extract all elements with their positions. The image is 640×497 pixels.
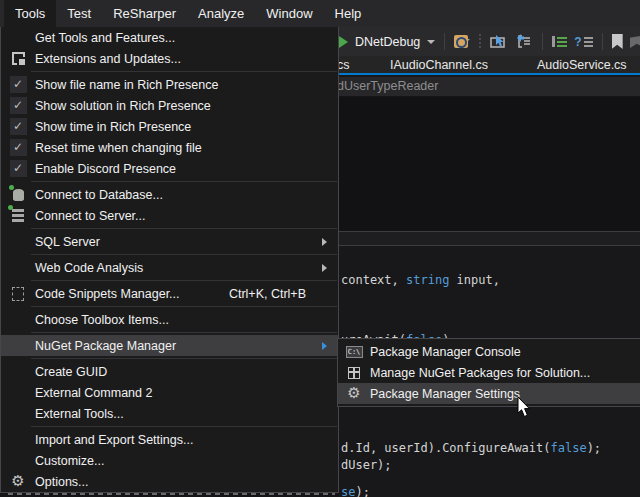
gear-icon: ⚙ — [11, 474, 24, 489]
format-icon-lines — [557, 37, 567, 47]
format-document-button[interactable] — [552, 35, 567, 48]
checkmark-icon: ✓ — [10, 160, 27, 177]
submenu-item-package-manager-console[interactable]: C:\ Package Manager Console — [338, 341, 640, 362]
menu-item-show-file-name[interactable]: ✓ Show file name in Rich Presence — [1, 74, 338, 95]
start-debug-icon[interactable] — [339, 36, 348, 48]
menu-bar: Tools Test ReSharper Analyze Window Help — [0, 0, 640, 27]
snippets-icon — [12, 287, 24, 301]
format-icon — [552, 36, 555, 47]
gear-icon: ⚙ — [347, 386, 360, 401]
checkmark-icon: ✓ — [10, 97, 27, 114]
lines-icon — [584, 37, 593, 47]
frame-lines-icon — [515, 34, 533, 49]
toolbar-separator — [444, 33, 445, 50]
document-tab-audioservice[interactable]: AudioService.cs — [537, 58, 627, 72]
submenu-arrow-icon — [322, 238, 327, 246]
menu-item-sql-server[interactable]: SQL Server — [1, 231, 338, 252]
attach-search-icon — [454, 35, 468, 48]
code-line: se); — [341, 485, 370, 497]
package-icon — [348, 367, 360, 379]
menu-separator — [1, 356, 338, 361]
submenu-arrow-icon — [322, 264, 327, 272]
menu-item-show-time[interactable]: ✓ Show time in Rich Presence — [1, 116, 338, 137]
menu-separator — [1, 252, 338, 257]
menu-item-web-code-analysis[interactable]: Web Code Analysis — [1, 257, 338, 278]
menu-item-extensions-and-updates[interactable]: Extensions and Updates... — [1, 48, 338, 69]
menu-separator — [1, 69, 338, 74]
pointer-frame-icon — [490, 34, 508, 49]
comment-help-button[interactable]: ? — [574, 36, 592, 48]
toolbar-separator — [602, 33, 603, 50]
console-icon: C:\ — [346, 346, 363, 358]
checkmark-icon: ✓ — [10, 118, 27, 135]
navigate-to-button[interactable] — [490, 34, 508, 49]
menu-item-show-solution[interactable]: ✓ Show solution in Rich Presence — [1, 95, 338, 116]
menu-item-import-and-export-settings[interactable]: Import and Export Settings... — [1, 429, 338, 450]
menu-separator — [1, 330, 338, 335]
prev-bookmark-icon[interactable] — [630, 34, 640, 49]
menu-separator — [1, 304, 338, 309]
menubar-item-help[interactable]: Help — [324, 0, 373, 27]
menu-separator — [1, 424, 338, 429]
question-icon: ? — [574, 36, 581, 48]
clipped-code-row — [0, 493, 339, 497]
menu-item-enable-discord-presence[interactable]: ✓ Enable Discord Presence — [1, 158, 338, 179]
menubar-item-analyze[interactable]: Analyze — [187, 0, 255, 27]
checkmark-icon: ✓ — [10, 76, 27, 93]
menubar-item-window[interactable]: Window — [255, 0, 323, 27]
checkmark-icon: ✓ — [10, 139, 27, 156]
code-line: context, string input, — [341, 273, 500, 287]
menu-item-code-snippets-manager[interactable]: Code Snippets Manager... Ctrl+K, Ctrl+B — [1, 283, 338, 304]
menu-item-external-command-2[interactable]: External Command 2 — [1, 382, 338, 403]
database-icon — [13, 189, 24, 201]
bookmark-icon[interactable] — [612, 34, 623, 49]
shortcut-text: Ctrl+K, Ctrl+B — [229, 287, 306, 301]
server-icon — [12, 209, 24, 222]
code-line: d.Id, userId).ConfigureAwait(false); — [341, 441, 601, 455]
attach-search-button[interactable] — [454, 35, 470, 48]
submenu-arrow-icon — [322, 342, 327, 350]
menu-item-reset-time[interactable]: ✓ Reset time when changing file — [1, 137, 338, 158]
menu-item-choose-toolbox-items[interactable]: Choose Toolbox Items... — [1, 309, 338, 330]
type-dropdown[interactable]: dUserTypeReader — [337, 79, 438, 93]
frame-lines-button[interactable] — [515, 34, 533, 49]
menu-item-connect-to-server[interactable]: Connect to Server... — [1, 205, 338, 226]
toolbar-separator — [542, 33, 543, 50]
menubar-item-resharper[interactable]: ReSharper — [102, 0, 187, 27]
menu-separator — [1, 278, 338, 283]
menu-item-create-guid[interactable]: Create GUID — [1, 361, 338, 382]
document-tab-iaudiochannel[interactable]: IAudioChannel.cs — [390, 58, 488, 72]
tools-menu: Get Tools and Features... Extensions and… — [0, 27, 339, 493]
menu-item-connect-to-database[interactable]: Connect to Database... — [1, 184, 338, 205]
extensions-icon — [12, 52, 25, 65]
menubar-item-test[interactable]: Test — [56, 0, 102, 27]
toolbar-grip — [479, 34, 481, 50]
submenu-item-package-manager-settings[interactable]: ⚙ Package Manager Settings — [338, 383, 640, 404]
menu-item-customize[interactable]: Customize... — [1, 450, 338, 471]
menu-separator — [1, 179, 338, 184]
menu-item-options[interactable]: ⚙ Options... — [1, 471, 338, 492]
menu-separator — [1, 226, 338, 231]
menubar-item-tools[interactable]: Tools — [4, 0, 56, 27]
nuget-submenu: C:\ Package Manager Console Manage NuGet… — [337, 338, 640, 407]
menu-item-get-tools-and-features[interactable]: Get Tools and Features... — [1, 27, 338, 48]
run-config-selector[interactable]: DNetDebug — [355, 35, 420, 49]
submenu-item-manage-nuget-packages[interactable]: Manage NuGet Packages for Solution... — [338, 362, 640, 383]
chevron-down-icon[interactable] — [427, 40, 435, 44]
mouse-cursor — [517, 397, 532, 419]
menu-item-external-tools[interactable]: External Tools... — [1, 403, 338, 424]
menu-item-nuget-package-manager[interactable]: NuGet Package Manager — [1, 335, 338, 356]
code-line: dUser); — [341, 458, 392, 472]
